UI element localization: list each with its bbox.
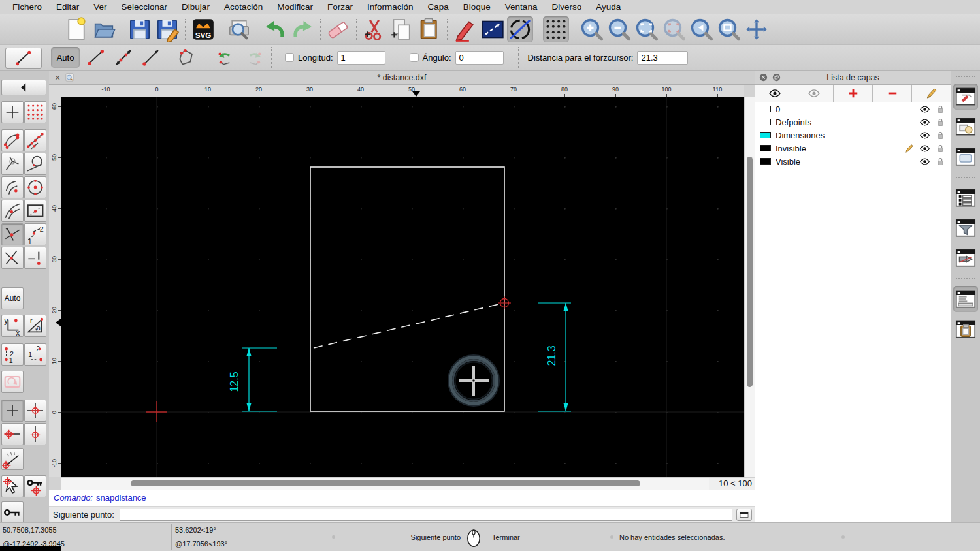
entity-list-dock-icon[interactable] [953,185,978,211]
panel-close-icon[interactable] [759,72,768,82]
layer-row[interactable]: Defpoints [755,116,951,129]
layer-visibility-eye-icon[interactable] [919,104,930,115]
segment-undo-icon[interactable] [214,47,238,68]
remove-layer-icon[interactable] [873,85,912,102]
delete-eraser-icon[interactable] [325,16,351,42]
perpendicular-snap-icon[interactable] [1,153,24,175]
grid-snap-icon[interactable] [24,101,46,123]
tab-close-icon[interactable]: × [53,72,62,83]
cartesian-coords-icon[interactable]: yx [1,315,24,337]
line-arrow-icon[interactable] [139,47,163,68]
intersection-manual-icon[interactable]: 12 [24,223,46,245]
edit-layer-icon[interactable] [912,85,951,102]
layer-lock-icon[interactable] [935,117,946,128]
relative-zero-icon[interactable] [1,501,24,522]
drawing-canvas[interactable]: 12.521.3 [61,97,744,477]
menu-ayuda[interactable]: Ayuda [589,2,628,12]
panel-float-icon[interactable] [772,72,781,82]
layer-lock-icon[interactable] [935,130,946,141]
reference-snap-icon[interactable] [24,200,46,222]
longitud-input[interactable] [337,51,385,65]
snap-auto-button[interactable]: Auto [1,287,24,309]
command-input[interactable] [120,509,732,521]
library-browser-dock-icon[interactable] [953,144,978,170]
menu-dibujar[interactable]: Dibujar [174,2,217,12]
block-list-dock-icon[interactable] [953,114,978,140]
menu-modificar[interactable]: Modificar [270,2,320,12]
construction-toggle-icon[interactable] [507,16,533,42]
layer-visibility-eye-icon[interactable] [919,117,930,128]
restrict-orthogonal-icon[interactable] [24,400,46,422]
layer-visibility-eye-icon[interactable] [919,130,930,141]
attributes-pencil-icon[interactable] [452,16,478,42]
longitud-checkbox[interactable] [285,53,294,62]
snap-distance-input[interactable] [637,51,688,65]
segment-redo-icon[interactable] [241,47,266,68]
open-document-icon[interactable] [91,16,117,42]
line-two-arrows-icon[interactable] [111,47,136,68]
endpoint-snap-icon[interactable] [1,129,24,151]
restrict-disabled-icon[interactable] [1,371,24,393]
svg-export-icon[interactable]: SVG [190,16,216,42]
nearest-snap-icon[interactable] [24,247,46,269]
menu-diverso[interactable]: Diverso [544,2,589,12]
restrict-vertical-icon[interactable] [24,423,46,445]
vertical-scrollbar-thumb[interactable] [747,157,753,387]
middle-snap-icon[interactable] [1,200,24,222]
horizontal-scrollbar-thumb[interactable] [131,480,640,486]
save-icon[interactable] [127,16,153,42]
restrict-horizontal-icon[interactable] [1,423,24,445]
restrict-nothing-icon[interactable] [1,400,24,422]
paste-icon[interactable] [416,16,442,42]
layer-lock-icon[interactable] [935,104,946,115]
zoom-out-icon[interactable] [606,16,632,42]
layer-row[interactable]: Dimensiones [755,129,951,142]
relative-point-2-icon[interactable]: 12 [24,343,46,366]
layer-lock-icon[interactable] [935,143,946,154]
undo-icon[interactable] [262,16,288,42]
new-document-icon[interactable] [63,16,90,42]
eye-gray-icon[interactable] [794,85,834,102]
grid-toggle-icon[interactable] [543,16,569,42]
angulo-checkbox[interactable] [410,53,419,62]
angle-gauge-icon[interactable] [1,448,24,470]
menu-seleccionar[interactable]: Seleccionar [114,2,175,12]
back-icon[interactable] [1,80,46,95]
menu-capa[interactable]: Capa [421,2,456,12]
cut-icon[interactable] [361,16,387,42]
free-snap-icon[interactable] [1,101,24,123]
zoom-previous-icon[interactable] [689,16,715,42]
layer-row[interactable]: Visible [755,155,951,168]
current-tool-line-button[interactable] [5,48,42,69]
menu-forzar[interactable]: Forzar [320,2,360,12]
menu-ventana[interactable]: Ventana [498,2,545,12]
crossing-snap-icon[interactable] [1,247,24,269]
zoom-auto-icon[interactable] [634,16,660,42]
properties-box-icon[interactable] [480,16,506,42]
add-layer-icon[interactable] [834,85,873,102]
snap-selection-icon[interactable] [1,475,24,497]
horizontal-scrollbar[interactable] [61,477,709,490]
angulo-input[interactable] [455,51,504,65]
lock-relative-zero-icon[interactable] [24,475,46,497]
layer-visibility-eye-icon[interactable] [919,156,930,167]
zoom-in-icon[interactable] [579,16,605,42]
line-segment-icon[interactable] [84,47,108,68]
zoom-select-icon[interactable] [661,16,687,42]
layer-visibility-eye-icon[interactable] [919,143,930,154]
layer-lock-icon[interactable] [935,156,946,167]
layer-list-dock-icon[interactable] [953,84,978,110]
redo-icon[interactable] [289,16,316,42]
polar-coords-icon[interactable]: ra [24,315,46,337]
clipboard-dock-icon[interactable] [953,316,978,342]
circle-center-snap-icon[interactable] [24,176,46,198]
layer-row[interactable]: 0 [755,102,951,116]
relative-point-icon[interactable]: 21 [1,343,24,366]
menu-ver[interactable]: Ver [86,2,114,12]
zoom-window-icon[interactable] [716,16,742,42]
menu-editar[interactable]: Editar [49,2,86,12]
print-preview-icon[interactable] [226,16,252,42]
save-as-icon[interactable] [154,16,180,42]
polyline-icon[interactable] [174,47,199,68]
intersection-snap-icon[interactable] [1,223,24,245]
